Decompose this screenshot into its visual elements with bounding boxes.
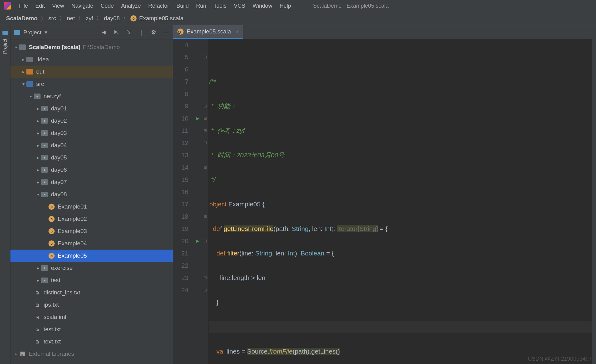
expand-all-icon[interactable]: ⇱: [113, 29, 120, 36]
close-tab-icon[interactable]: ×: [235, 28, 239, 35]
project-tree: ScalaDemo [scala]F:\ScalaDemo .idea out …: [10, 40, 173, 364]
project-tool-tab[interactable]: Project: [1, 36, 9, 56]
tree-day03[interactable]: day03: [10, 127, 173, 139]
menu-analyze[interactable]: Analyze: [118, 3, 145, 9]
chevron-icon: 〉: [41, 14, 46, 22]
fold-gutter: ⊟ ⊟⊟⊟⊟ ⊟ ⊟ ⊟ ⊟⊟: [202, 39, 208, 364]
menu-file[interactable]: File: [15, 3, 32, 9]
code-text[interactable]: /** * 功能： * 作者：zyf * 时间：2023年03月00号 */ o…: [208, 39, 596, 364]
editor-tab-example05[interactable]: Example05.scala ×: [173, 25, 243, 39]
menu-vcs[interactable]: VCS: [230, 3, 249, 9]
locate-icon[interactable]: ⊕: [101, 29, 108, 36]
editor-scrollbar[interactable]: [592, 39, 596, 364]
project-tab-icon: [2, 31, 8, 35]
project-header-title[interactable]: Project: [23, 29, 41, 36]
hide-icon[interactable]: —: [162, 29, 169, 36]
menu-code[interactable]: Code: [97, 3, 118, 9]
menu-build[interactable]: Build: [173, 3, 192, 9]
tree-file-iml[interactable]: scala.iml: [10, 311, 173, 323]
editor: Example05.scala × 4567891011121314151617…: [173, 25, 596, 364]
chevron-icon: 〉: [123, 14, 129, 22]
project-icon: [14, 30, 20, 35]
tree-day02[interactable]: day02: [10, 115, 173, 127]
run-icon[interactable]: ▶: [193, 112, 202, 125]
breadcrumb: ScalaDemo〉 src〉 net〉 zyf〉 day08〉 o Examp…: [0, 12, 596, 25]
tree-example05[interactable]: Example05: [10, 250, 173, 262]
tree-day05[interactable]: day05: [10, 151, 173, 164]
crumb-project[interactable]: ScalaDemo: [6, 15, 37, 22]
app-logo-icon: [4, 2, 11, 10]
run-gutter: ▶ ▶: [193, 39, 202, 364]
tree-exercise[interactable]: exercise: [10, 262, 173, 274]
menu-bar: File Edit View Navigate Code Analyze Ref…: [0, 0, 596, 12]
menu-refactor[interactable]: Refactor: [145, 3, 173, 9]
menu-navigate[interactable]: Navigate: [68, 3, 97, 9]
tree-day06[interactable]: day06: [10, 164, 173, 176]
chevron-icon: 〉: [78, 14, 84, 22]
tree-pkg[interactable]: net.zyf: [10, 90, 173, 102]
tree-day01[interactable]: day01: [10, 102, 173, 115]
code-area[interactable]: 456789101112131415161718192021222324 ▶ ▶…: [173, 39, 596, 364]
settings-icon[interactable]: ⚙: [150, 29, 157, 36]
watermark: CSDN @ZYF2190003497: [528, 356, 592, 362]
line-number-gutter: 456789101112131415161718192021222324: [173, 39, 193, 364]
scala-file-icon: o: [130, 15, 137, 21]
project-tool-window: Project ▾ ⊕ ⇱ ⇲ | ⚙ — ScalaDemo [scala]F…: [10, 25, 173, 364]
menu-view[interactable]: View: [48, 3, 68, 9]
divider: |: [138, 29, 145, 36]
menu-edit[interactable]: Edit: [32, 3, 48, 9]
tool-window-strip: Project: [0, 25, 10, 364]
tree-file-distinct[interactable]: distinct_ips.txt: [10, 286, 173, 299]
crumb-day08[interactable]: day08: [104, 15, 120, 22]
editor-tab-label: Example05.scala: [187, 28, 231, 35]
menu-help[interactable]: Help: [276, 3, 295, 9]
window-title: ScalaDemo - Example05.scala: [313, 3, 389, 9]
main-area: Project Project ▾ ⊕ ⇱ ⇲ | ⚙ — ScalaDemo …: [0, 25, 596, 364]
tree-root[interactable]: ScalaDemo [scala]F:\ScalaDemo: [10, 41, 173, 53]
crumb-net[interactable]: net: [67, 15, 75, 22]
tree-example04[interactable]: Example04: [10, 237, 173, 250]
tree-day08[interactable]: day08: [10, 188, 173, 201]
crumb-src[interactable]: src: [48, 15, 56, 22]
menu-run[interactable]: Run: [192, 3, 210, 9]
tree-src[interactable]: src: [10, 78, 173, 90]
crumb-zyf[interactable]: zyf: [86, 15, 93, 22]
project-header: Project ▾ ⊕ ⇱ ⇲ | ⚙ —: [10, 25, 173, 40]
tree-out[interactable]: out: [10, 66, 173, 78]
chevron-icon: 〉: [96, 14, 102, 22]
tree-file-text[interactable]: text.txt: [10, 335, 173, 348]
collapse-all-icon[interactable]: ⇲: [126, 29, 132, 36]
tree-idea[interactable]: .idea: [10, 53, 173, 66]
menu-window[interactable]: Window: [249, 3, 276, 9]
tree-example03[interactable]: Example03: [10, 225, 173, 237]
tree-example01[interactable]: Example01: [10, 201, 173, 213]
editor-tab-strip: Example05.scala ×: [173, 25, 596, 39]
scala-file-icon: [177, 29, 184, 35]
chevron-icon: 〉: [59, 14, 65, 22]
tree-test[interactable]: test: [10, 274, 173, 286]
chevron-down-icon[interactable]: ▾: [45, 29, 48, 36]
crumb-file[interactable]: Example05.scala: [139, 15, 184, 22]
tree-file-test[interactable]: test.txt: [10, 323, 173, 335]
tree-example02[interactable]: Example02: [10, 213, 173, 225]
tree-day07[interactable]: day07: [10, 176, 173, 188]
tree-file-ips[interactable]: ips.txt: [10, 299, 173, 311]
tree-external-libs[interactable]: External Libraries: [10, 348, 173, 360]
run-icon[interactable]: ▶: [193, 235, 202, 247]
tree-day04[interactable]: day04: [10, 139, 173, 151]
menu-tools[interactable]: Tools: [210, 3, 230, 9]
